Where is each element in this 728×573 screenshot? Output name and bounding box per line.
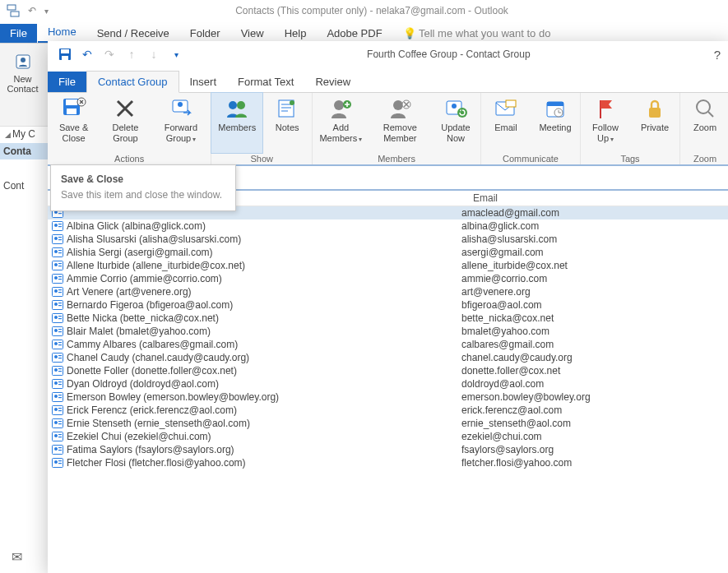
table-row[interactable]: Emerson Bowley (emerson.bowley@bowley.or… <box>48 390 728 404</box>
delete-group-button[interactable]: Delete Group <box>100 93 151 153</box>
save-and-close-button[interactable]: Save & Close <box>48 93 100 153</box>
member-email: erick.ferencz@aol.com <box>461 404 728 416</box>
ribbon-group-label: Communicate <box>481 153 580 165</box>
member-email: art@venere.org <box>461 286 728 298</box>
email-button[interactable]: Email <box>481 93 531 153</box>
svg-point-35 <box>54 210 58 214</box>
svg-rect-113 <box>58 463 62 464</box>
table-row[interactable]: Blair Malet (bmalet@yahoo.com)bmalet@yah… <box>48 325 728 338</box>
table-row[interactable]: Cammy Albares (calbares@gmail.com)calbar… <box>48 338 728 351</box>
new-contact-button[interactable]: New Contact <box>4 53 41 94</box>
zoom-button[interactable]: Zoom <box>680 93 728 153</box>
table-row[interactable]: Allene Iturbide (allene_iturbide@cox.net… <box>48 259 728 272</box>
member-email: calbares@gmail.com <box>461 339 728 350</box>
fg-tab-contact-group[interactable]: Contact Group <box>86 71 179 93</box>
follow-up-button[interactable]: Follow Up▾ <box>581 93 630 153</box>
table-row[interactable]: Bernardo Figeroa (bfigeroa@aol.com)bfige… <box>48 298 728 312</box>
table-row[interactable]: Fletcher Flosi (fletcher.flosi@yahoo.com… <box>48 456 728 469</box>
table-row[interactable]: Dyan Oldroyd (doldroyd@aol.com)doldroyd@… <box>48 377 728 390</box>
tab-home[interactable]: Home <box>38 22 86 43</box>
member-name: Fatima Saylors (fsaylors@saylors.org) <box>67 444 461 455</box>
tab-tell-me[interactable]: 💡 Tell me what you want to do <box>393 24 561 43</box>
tab-help[interactable]: Help <box>275 24 317 43</box>
contact-card-icon <box>52 353 63 363</box>
contact-card-icon <box>52 247 63 257</box>
tab-view[interactable]: View <box>231 24 274 43</box>
contact-card-icon <box>52 432 63 441</box>
member-name: Allene Iturbide (allene_iturbide@cox.net… <box>67 260 461 271</box>
table-row[interactable]: Art Venere (art@venere.org)art@venere.or… <box>48 285 728 298</box>
help-button[interactable]: ? <box>714 48 728 62</box>
table-row[interactable]: Bette Nicka (bette_nicka@cox.net)bette_n… <box>48 312 728 325</box>
members-button[interactable]: Members <box>211 92 263 154</box>
fg-tab-format-text[interactable]: Format Text <box>227 72 304 92</box>
notes-icon <box>274 96 300 121</box>
redo-icon[interactable]: ↷ <box>102 47 117 62</box>
member-name: Emerson Bowley (emerson.bowley@bowley.or… <box>67 391 461 403</box>
member-email: bette_nicka@cox.net <box>461 312 728 324</box>
table-row[interactable]: Erick Ferencz (erick.ferencz@aol.com)eri… <box>48 404 728 417</box>
qat-dropdown-icon[interactable]: ▾ <box>169 47 183 62</box>
nav-item-all-contacts[interactable]: Cont <box>0 178 49 194</box>
flag-icon <box>592 96 619 121</box>
table-row[interactable]: Chanel Caudy (chanel.caudy@caudy.org)cha… <box>48 351 728 364</box>
quick-access-icon[interactable] <box>7 4 20 17</box>
ribbon-group-actions: Save & Close Delete Group Forward Group▾… <box>48 93 211 165</box>
svg-point-83 <box>54 368 58 372</box>
svg-point-75 <box>54 342 58 345</box>
svg-point-22 <box>393 100 403 110</box>
svg-point-12 <box>178 102 183 107</box>
meeting-button[interactable]: Meeting <box>531 93 580 153</box>
table-row[interactable]: Ernie Stenseth (ernie_stenseth@aol.com)e… <box>48 417 728 430</box>
table-row[interactable]: Alisha Slusarski (alisha@slusarski.com)a… <box>48 233 728 246</box>
fg-tab-review[interactable]: Review <box>304 72 361 92</box>
nav-item-contacts[interactable]: Conta <box>0 143 49 159</box>
undo-icon[interactable]: ↶ <box>28 5 36 16</box>
tab-folder[interactable]: Folder <box>180 24 230 43</box>
member-name: Erick Ferencz (erick.ferencz@aol.com) <box>67 404 461 416</box>
notes-button[interactable]: Notes <box>262 93 312 153</box>
svg-point-87 <box>54 381 58 385</box>
tab-send-receive[interactable]: Send / Receive <box>87 24 179 43</box>
table-row[interactable]: Ammie Corrio (ammie@corrio.com)ammie@cor… <box>48 272 728 285</box>
private-button[interactable]: Private <box>630 93 679 153</box>
member-email: allene_iturbide@cox.net <box>461 260 728 271</box>
forward-icon <box>168 96 194 121</box>
forward-group-button[interactable]: Forward Group▾ <box>151 93 211 153</box>
mail-icon[interactable]: ✉ <box>12 549 22 565</box>
svg-rect-88 <box>58 381 62 382</box>
svg-point-55 <box>54 276 58 280</box>
add-members-button[interactable]: Add Members▾ <box>313 93 369 153</box>
fg-tab-file[interactable]: File <box>48 72 86 92</box>
fg-tab-insert[interactable]: Insert <box>179 72 228 92</box>
table-row[interactable]: Alishia Sergi (asergi@gmail.com)asergi@g… <box>48 246 728 259</box>
save-icon[interactable] <box>58 47 72 62</box>
table-row[interactable]: Ezekiel Chui (ezekiel@chui.com)ezekiel@c… <box>48 430 728 443</box>
outlook-nav-pane: ◢My C Conta Cont <box>0 125 49 194</box>
svg-rect-64 <box>58 303 62 303</box>
member-name: Albina Glick (albina@glick.com) <box>67 220 461 232</box>
svg-rect-104 <box>58 434 62 435</box>
table-row[interactable]: Donette Foller (donette.foller@cox.net)d… <box>48 364 728 377</box>
svg-rect-85 <box>58 371 62 372</box>
update-now-button[interactable]: Update Now <box>431 93 480 153</box>
svg-rect-108 <box>58 447 62 448</box>
remove-member-button[interactable]: Remove Member <box>369 93 431 153</box>
tab-adobe-pdf[interactable]: Adobe PDF <box>317 24 392 43</box>
undo-icon[interactable]: ↶ <box>80 47 95 62</box>
fg-content: Name Email amaclead@gmail.comAlbina Glic… <box>48 164 728 573</box>
contact-card-icon <box>52 340 63 349</box>
contact-card-icon <box>52 287 63 297</box>
svg-rect-37 <box>58 213 62 214</box>
svg-rect-44 <box>58 237 62 238</box>
nav-header[interactable]: ◢My C <box>0 125 49 143</box>
table-row[interactable]: Fatima Saylors (fsaylors@saylors.org)fsa… <box>48 443 728 456</box>
remove-member-icon <box>387 96 413 121</box>
table-row[interactable]: Albina Glick (albina@glick.com)albina@gl… <box>48 219 728 233</box>
ribbon-group-label: Show <box>211 153 312 165</box>
svg-rect-56 <box>58 276 62 277</box>
svg-rect-48 <box>58 250 62 251</box>
tab-file[interactable]: File <box>0 24 37 43</box>
chevron-down-icon: ▾ <box>610 136 614 143</box>
member-email: ezekiel@chui.com <box>461 431 728 442</box>
